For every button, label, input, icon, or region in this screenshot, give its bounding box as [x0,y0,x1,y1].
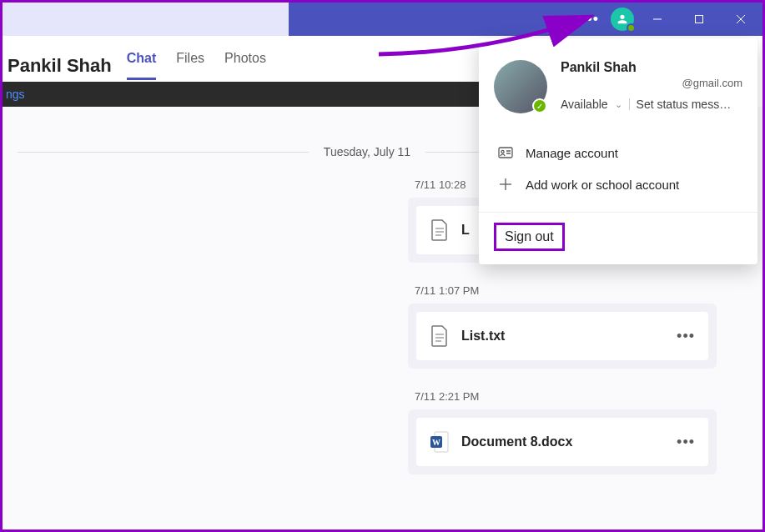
more-options-button[interactable]: ••• [574,8,606,32]
file-card[interactable]: W Document 8.docx ••• [408,409,717,474]
message-time: 7/11 1:07 PM [408,284,717,297]
close-window-button[interactable] [722,3,759,36]
ribbon-text[interactable]: ngs [6,88,25,101]
file-icon [430,218,450,243]
chat-title: Pankil Shah [8,55,112,77]
status-available-icon [627,23,636,33]
tab-files[interactable]: Files [176,51,204,80]
profile-large-avatar [494,60,547,113]
svg-rect-7 [499,148,512,158]
word-file-icon: W [430,429,450,454]
person-icon [616,13,629,26]
file-card[interactable]: List.txt ••• [408,304,717,369]
file-name: Document 8.docx [461,434,665,449]
minimize-button[interactable] [639,3,676,36]
profile-name: Pankil Shah [561,60,742,75]
title-bar: ••• [3,3,762,36]
tab-photos[interactable]: Photos [224,51,266,80]
profile-status[interactable]: Available [561,98,608,111]
profile-email: @gmail.com [561,77,742,89]
date-label: Tuesday, July 11 [309,145,425,158]
file-more-button[interactable]: ••• [677,434,695,451]
message-block: 7/11 2:21 PM W Document 8.docx ••• [408,390,717,474]
add-account-item[interactable]: Add work or school account [497,168,739,200]
id-card-icon [497,144,514,161]
sign-out-button[interactable]: Sign out [494,223,565,251]
file-name: List.txt [461,329,665,344]
tab-chat[interactable]: Chat [127,51,157,80]
chevron-down-icon: ⌄ [615,99,622,110]
profile-popup: Pankil Shah @gmail.com Available ⌄ Set s… [479,38,757,264]
svg-rect-1 [696,16,703,23]
manage-account-label: Manage account [526,146,618,160]
status-available-icon [532,98,547,113]
file-more-button[interactable]: ••• [677,328,695,345]
message-block: 7/11 1:07 PM List.txt ••• [408,284,717,369]
maximize-button[interactable] [681,3,717,36]
plus-icon [497,176,514,193]
profile-avatar-button[interactable] [611,8,634,31]
sub-ribbon: ngs [3,82,482,107]
add-account-label: Add work or school account [526,178,679,192]
file-icon [430,324,450,349]
message-time: 7/11 2:21 PM [408,390,717,403]
manage-account-item[interactable]: Manage account [497,137,739,168]
svg-text:W: W [432,438,440,447]
set-status-message[interactable]: Set status mess… [637,98,732,111]
svg-point-8 [501,150,504,153]
titlebar-search-area[interactable] [3,3,289,36]
chat-tabs: Chat Files Photos [127,51,266,80]
